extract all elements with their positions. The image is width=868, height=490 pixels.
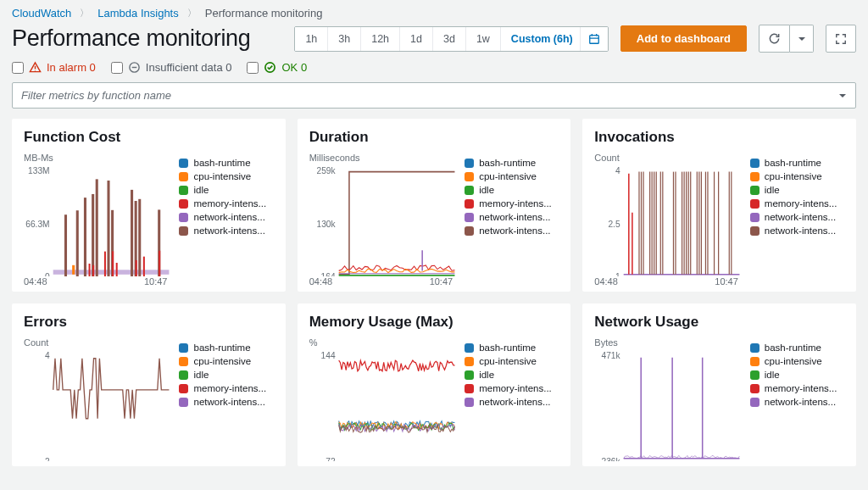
legend-label: bash-runtime — [479, 158, 536, 168]
svg-text:259k: 259k — [316, 166, 336, 175]
legend-item: idle — [750, 185, 844, 195]
breadcrumb-lambda-insights[interactable]: Lambda Insights — [97, 7, 178, 19]
svg-text:130k: 130k — [316, 218, 336, 228]
legend-item: network-intens... — [465, 212, 559, 222]
chart-card: Invocations Count 42.51 04:4810:47 bash-… — [582, 119, 856, 292]
legend-item: memory-intens... — [179, 198, 273, 209]
legend-label: network-intens... — [765, 226, 836, 236]
chart-title: Duration — [309, 129, 559, 146]
svg-rect-8 — [76, 210, 79, 276]
legend-swatch — [465, 357, 474, 366]
legend-item: idle — [465, 370, 559, 380]
legend-label: network-intens... — [479, 226, 550, 236]
legend-swatch — [179, 159, 188, 168]
chart-unit: MB-Ms — [24, 153, 170, 163]
legend-item: idle — [179, 370, 273, 380]
legend-item: idle — [465, 185, 559, 195]
alarm-label: In alarm 0 — [47, 61, 96, 74]
refresh-button[interactable] — [759, 25, 790, 53]
legend-swatch — [750, 213, 760, 222]
legend-swatch — [465, 226, 474, 236]
legend-label: cpu-intensive — [765, 356, 822, 366]
legend-label: memory-intens... — [765, 198, 837, 209]
svg-text:133M: 133M — [28, 166, 50, 175]
legend-item: network-intens... — [179, 397, 273, 407]
svg-text:72: 72 — [326, 456, 335, 461]
time-range-1d[interactable]: 1d — [400, 27, 433, 51]
chevron-right-icon: 〉 — [187, 7, 197, 19]
svg-text:471k: 471k — [602, 351, 621, 360]
expand-icon — [835, 33, 847, 45]
alarm-checkbox[interactable] — [12, 62, 24, 74]
legend-swatch — [179, 199, 188, 209]
svg-rect-10 — [92, 194, 94, 276]
svg-rect-7 — [64, 214, 67, 276]
chart-card: Network Usage Bytes 471k236k bash-runtim… — [582, 303, 856, 466]
legend-swatch — [750, 226, 760, 236]
legend-swatch — [179, 172, 188, 181]
time-range-12h[interactable]: 12h — [361, 27, 400, 51]
chart-card: Errors Count 42 bash-runtime cpu-intensi… — [12, 303, 286, 466]
svg-rect-14 — [131, 190, 133, 276]
svg-rect-9 — [84, 198, 86, 276]
svg-rect-19 — [92, 265, 94, 276]
chart-x-labels: 04:4810:47 — [309, 276, 457, 287]
chart-title: Memory Usage (Max) — [309, 314, 559, 331]
chart-svg: 42 — [24, 351, 170, 461]
chevron-down-icon — [838, 92, 847, 100]
svg-text:2: 2 — [45, 456, 50, 461]
ok-checkbox[interactable] — [247, 62, 259, 74]
chart-legend: bash-runtime cpu-intensive idle memory-i… — [179, 153, 273, 287]
legend-label: idle — [765, 185, 780, 195]
chart-svg: 14472 — [309, 351, 457, 461]
alarm-status-row: In alarm 0 Insufficient data 0 OK 0 — [0, 58, 868, 82]
legend-swatch — [750, 357, 760, 366]
legend-label: network-intens... — [193, 226, 264, 236]
time-range-1w[interactable]: 1w — [466, 27, 501, 51]
legend-item: network-intens... — [750, 212, 844, 222]
chart-unit: Bytes — [594, 337, 741, 348]
time-range-3h[interactable]: 3h — [328, 27, 361, 51]
chart-card: Memory Usage (Max) % 14472 bash-runtime … — [298, 303, 571, 466]
add-to-dashboard-button[interactable]: Add to dashboard — [620, 25, 747, 52]
legend-label: network-intens... — [765, 397, 836, 407]
refresh-dropdown-button[interactable] — [790, 25, 814, 53]
svg-text:4: 4 — [615, 166, 620, 175]
svg-rect-23 — [136, 260, 137, 276]
chart-x-labels: 04:4810:47 — [24, 276, 170, 287]
filter-input[interactable]: Filter metrics by function name — [12, 82, 856, 109]
page-title: Performance monitoring — [12, 25, 251, 52]
legend-swatch — [465, 159, 474, 168]
legend-label: memory-intens... — [765, 383, 837, 393]
breadcrumb: CloudWatch 〉 Lambda Insights 〉 Performan… — [0, 0, 868, 25]
svg-rect-18 — [89, 264, 91, 276]
svg-text:2.5: 2.5 — [609, 218, 620, 228]
svg-rect-0 — [590, 35, 599, 43]
legend-item: network-intens... — [750, 397, 844, 407]
calendar-icon[interactable] — [581, 27, 608, 51]
time-range-3d[interactable]: 3d — [433, 27, 466, 51]
svg-text:4: 4 — [45, 351, 50, 360]
legend-swatch — [465, 172, 474, 181]
legend-label: network-intens... — [479, 212, 550, 222]
legend-label: bash-runtime — [193, 158, 250, 168]
fullscreen-button[interactable] — [826, 25, 856, 53]
legend-swatch — [179, 186, 188, 195]
insufficient-checkbox[interactable] — [111, 62, 123, 74]
legend-item: bash-runtime — [179, 342, 273, 353]
chart-legend: bash-runtime cpu-intensive idle memory-i… — [179, 337, 273, 461]
chart-title: Errors — [24, 314, 274, 331]
legend-label: cpu-intensive — [193, 356, 251, 366]
legend-item: network-intens... — [750, 226, 844, 236]
chevron-down-icon — [798, 35, 806, 43]
legend-swatch — [179, 398, 188, 407]
chart-x-labels: 04:4810:47 — [594, 276, 741, 287]
chart-legend: bash-runtime cpu-intensive idle memory-i… — [750, 153, 844, 287]
insufficient-icon — [128, 61, 141, 74]
legend-swatch — [750, 199, 760, 209]
time-range-custom[interactable]: Custom (6h) — [501, 27, 581, 51]
svg-rect-22 — [116, 263, 118, 276]
time-range-1h[interactable]: 1h — [295, 27, 328, 51]
legend-swatch — [179, 384, 188, 393]
breadcrumb-cloudwatch[interactable]: CloudWatch — [12, 7, 71, 19]
